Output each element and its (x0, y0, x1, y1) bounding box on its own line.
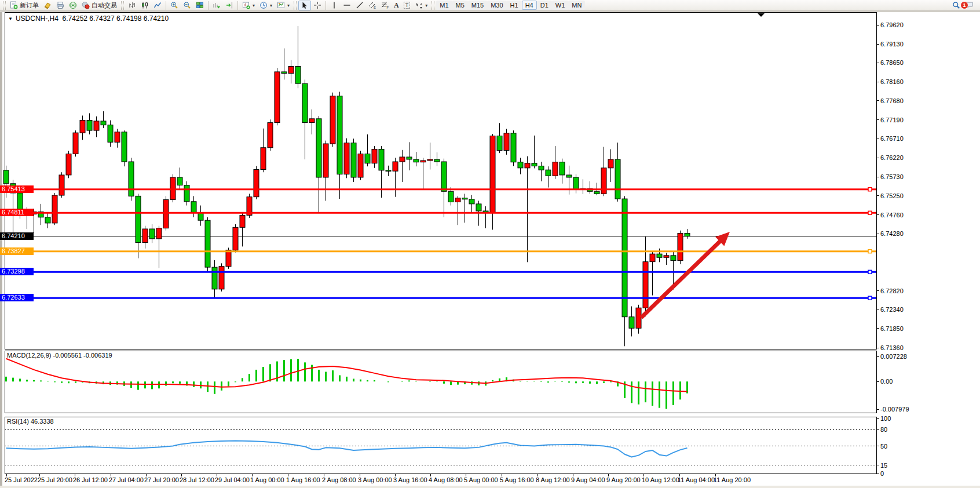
text-tool-button[interactable]: A (392, 1, 401, 10)
candlestick-mode-button[interactable] (138, 1, 151, 10)
clock-icon (259, 1, 268, 9)
timeframe-m1-button[interactable]: M1 (436, 1, 452, 10)
text-label-tool-button[interactable]: T (401, 1, 413, 10)
timeframe-d1-button[interactable]: D1 (537, 1, 552, 10)
chevron-down-icon: ▾ (287, 3, 290, 8)
bar-chart-icon (128, 1, 136, 9)
periods-button[interactable]: ▾ (257, 1, 275, 10)
price-axis-label: 6.77680 (880, 97, 904, 104)
time-axis-label: 1 Aug 00:00 (250, 476, 284, 483)
rsi-axis-label: 0 (880, 470, 884, 477)
rsi-axis-label: 100 (880, 415, 891, 422)
bar-chart-mode-button[interactable] (126, 1, 138, 10)
toolbar-grip (3, 1, 6, 10)
time-axis-label: 9 Aug 04:00 (571, 476, 605, 483)
top-toolbar: 新订单 自动交易 (0, 0, 980, 11)
templates-button[interactable]: ▾ (275, 1, 292, 10)
mt4-terminal: { "toolbar": { "new_order": "新订单", "auto… (0, 0, 980, 488)
time-axis-label: 25 Jul 20:00 (38, 476, 72, 483)
auto-trading-icon (82, 1, 90, 9)
crosshair-tool-button[interactable] (311, 1, 324, 10)
price-axis-label: 6.75730 (880, 173, 904, 180)
time-axis-label: 1 Aug 16:00 (286, 476, 320, 483)
time-axis-label: 26 Jul 12:00 (73, 476, 108, 483)
time-axis-label: 3 Aug 16:00 (393, 476, 427, 483)
printer-icon (56, 1, 64, 9)
channel-tool-button[interactable]: E (366, 1, 379, 10)
price-line-tag: 6.75413 (0, 185, 34, 193)
time-axis-label: 3 Aug 00:00 (358, 476, 392, 483)
timeframe-mn-button[interactable]: MN (568, 1, 585, 10)
arrow-shapes-icon (415, 1, 423, 9)
timeframe-m30-button[interactable]: M30 (487, 1, 506, 10)
timeframe-h4-button[interactable]: H4 (522, 1, 537, 10)
crosshair-icon (313, 1, 321, 9)
arrows-tool-button[interactable]: ▾ (412, 1, 430, 10)
fibonacci-tool-button[interactable]: F (379, 1, 392, 10)
timeframe-w1-button[interactable]: W1 (552, 1, 569, 10)
print-button[interactable] (54, 1, 67, 10)
chart-window[interactable] (0, 12, 980, 486)
timeframe-h1-button[interactable]: H1 (507, 1, 522, 10)
new-order-button[interactable]: 新订单 (8, 1, 41, 10)
styler-button[interactable] (41, 1, 54, 10)
price-line-tag: 6.73827 (0, 247, 34, 255)
svg-text:E: E (374, 6, 376, 9)
new-order-label: 新订单 (20, 1, 39, 10)
time-axis-label: 27 Jul 20:00 (144, 476, 179, 483)
timeframe-m5-button[interactable]: M5 (452, 1, 468, 10)
time-axis-label: 27 Jul 04:00 (109, 476, 144, 483)
zoom-out-button[interactable] (181, 1, 193, 10)
rsi-axis-label: 80 (880, 426, 887, 433)
trendline-tool-button[interactable] (353, 1, 366, 10)
zoom-in-button[interactable] (168, 1, 181, 10)
horizontal-line-tool-button[interactable] (341, 1, 353, 10)
time-axis-label: 29 Jul 04:00 (215, 476, 250, 483)
collapse-triangle-icon: ▼ (8, 16, 13, 21)
chevron-down-icon: ▾ (270, 3, 272, 8)
candlestick-icon (141, 1, 149, 9)
price-axis-label: 6.78650 (880, 59, 904, 66)
notification-badge: 1 (960, 1, 968, 9)
price-axis-label: 6.75250 (880, 192, 904, 199)
timeframe-m15-button[interactable]: M15 (468, 1, 487, 10)
auto-trading-label: 自动交易 (92, 1, 117, 10)
price-axis-label: 6.78160 (880, 78, 904, 85)
zoom-out-icon (183, 1, 191, 9)
macd-axis-label: 0.007228 (880, 353, 907, 360)
chart-header: ▼USDCNH-,H4 6.74252 6.74327 6.74198 6.74… (8, 14, 169, 23)
toolbar-grip (432, 1, 434, 10)
new-chart-button[interactable]: ▾ (240, 1, 257, 10)
time-axis-label: 11 Aug 20:00 (714, 476, 751, 483)
yellow-eraser-icon (43, 1, 52, 9)
auto-scroll-button[interactable] (210, 1, 223, 10)
price-line-tag: 6.72633 (0, 294, 34, 301)
chart-ohlc-values: 6.74252 6.74327 6.74198 6.74210 (63, 14, 169, 23)
template-icon (277, 1, 285, 9)
chevron-down-icon: ▾ (253, 3, 255, 8)
tile-windows-button[interactable] (193, 1, 206, 10)
toolbar-separator (237, 1, 238, 10)
time-axis-label: 10 Aug 12:00 (642, 476, 679, 483)
time-axis-label: 9 Aug 20:00 (606, 476, 641, 483)
chart-shift-button[interactable] (223, 1, 236, 10)
fibonacci-icon: F (381, 1, 389, 9)
signals-button[interactable] (67, 1, 79, 10)
price-axis-label: 6.79130 (880, 41, 904, 48)
tile-windows-icon (196, 1, 204, 9)
auto-trading-button[interactable]: 自动交易 (79, 1, 119, 10)
cursor-tool-button[interactable] (298, 1, 311, 10)
signal-icon (69, 1, 77, 9)
current-price-tag: 6.74210 (0, 232, 34, 240)
rsi-indicator-label: RSI(14) 46.3338 (7, 418, 54, 425)
vertical-line-tool-button[interactable] (328, 1, 341, 10)
notifications-button[interactable]: 1 (963, 1, 975, 10)
price-axis-label: 6.71360 (880, 344, 904, 351)
toolbar-grip (121, 1, 124, 10)
time-axis-label: 2 Aug 08:00 (322, 476, 356, 483)
new-order-icon (10, 1, 18, 9)
line-chart-mode-button[interactable] (151, 1, 164, 10)
rsi-axis-label: 15 (880, 462, 887, 469)
horizontal-line-icon (343, 1, 351, 9)
cursor-icon (301, 1, 309, 9)
